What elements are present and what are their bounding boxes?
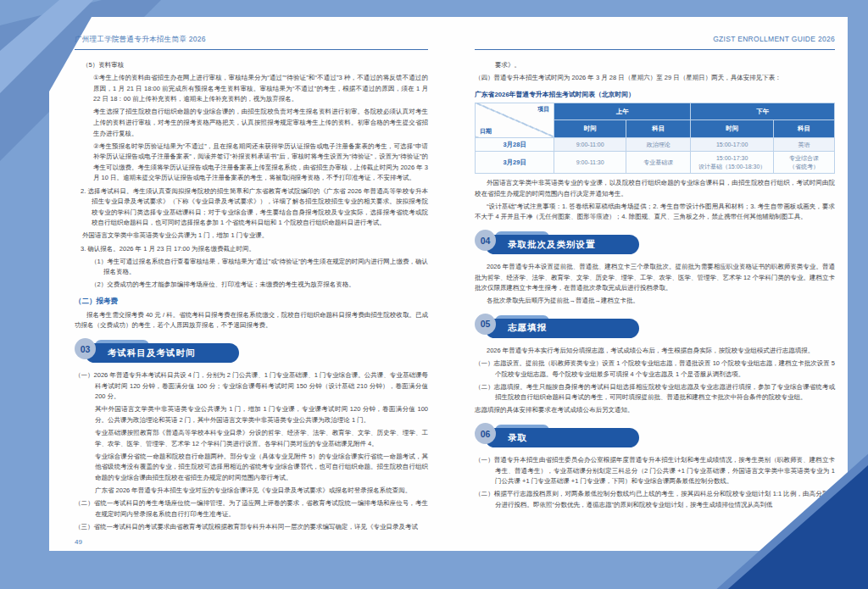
paragraph: （2）交费成功的考生才能参加编排考场座位、打印准考证；未缴费的考生视为放弃报名资…: [75, 280, 428, 291]
paragraph: ①考生上传的资料由省招生办在网上进行审核，审核结果分为“通过”“待验证”和“不通…: [75, 73, 428, 105]
row-date: 3月28日: [476, 137, 554, 152]
column-group-morning: 上午: [554, 103, 691, 120]
paragraph: 专业基础课按照教育部《普通高等学校本科专业目录》分设的哲学、经济学、法学、教育学…: [75, 428, 428, 449]
right-header-title: GZIST ENROLLMENT GUIDE 2026: [713, 35, 835, 43]
paragraph: 报名考生需交报考费 40 元 / 科。省统考科目报考费在报名系统缴交，院校自行组…: [75, 310, 428, 331]
paragraph: 广东省 2026 年普通专升本招生专业对应的专业综合课详见《专业目录及考试要求》…: [75, 486, 428, 497]
exam-table-title: 广东省2026年普通专升本招生考试时间表（北京时间）: [475, 90, 835, 99]
paragraph: （一）2026 年普通专升本考试科目共设 4 门，分别为 2 门公共课、1 门专…: [75, 370, 428, 403]
fee-section-heading: （二）报考费: [75, 297, 428, 307]
column-header-time: 时间: [554, 120, 626, 138]
section-badge-03: 考试科目及考试时间 03: [75, 339, 428, 364]
section-title-pill: 录取批次及类别设置: [485, 235, 639, 254]
paragraph: 3. 确认报名。2026 年 1 月 23 日 17:00 为报名缴费截止时间。: [75, 244, 428, 255]
cell-subject-am: 专业基础课: [626, 152, 691, 174]
paragraph: （二）省统一考试科目的考生考场座位统一编排管理。为了适应网上评卷的要求，省教育考…: [75, 498, 428, 520]
paragraph: 志愿填报的具体安排和要求在考试成绩公布后另文通知。: [475, 405, 835, 416]
cell-time-pm: 15:00-17:30 设计基础（15:00-18:30）: [691, 152, 774, 174]
paragraph: （1）考生可通过报名系统自行查看审核结果，审核结果为“通过”或“待验证”的考生须…: [75, 257, 428, 278]
table-corner-cell: 项目 日期: [476, 103, 554, 137]
section-title-pill: 考试科目及考试时间: [85, 343, 239, 363]
corner-label-item: 项目: [537, 105, 549, 114]
paragraph: 要求》。: [475, 60, 835, 71]
paragraph: 各批次录取先后顺序为提前批→普通批→建档立卡批。: [475, 296, 835, 307]
paragraph: “设计基础”考试注意事项：1. 答卷纸和草稿纸由考场提供；2. 考生自带设计作图…: [475, 202, 835, 223]
cell-subject-pm: 英语: [773, 137, 834, 152]
section-number: 03: [81, 344, 91, 354]
paragraph: （三）省统一考试科目的考试要求由省教育考试院根据教育部专科升本科同一层次的要求编…: [75, 522, 428, 533]
paragraph: （一）志愿设置。提前批（职教师资类专业）设置 1 个院校专业组志愿，普通批设置 …: [475, 358, 835, 380]
page-number-left: 49: [75, 538, 82, 546]
column-group-afternoon: 下午: [691, 103, 835, 120]
column-header-time: 时间: [691, 120, 774, 138]
section-badge-04: 录取批次及类别设置 04: [475, 231, 835, 256]
section-title-pill: 录取: [485, 428, 639, 447]
paragraph: 专业综合课分省统一命题和院校自行命题两种。部分专业（具体专业见附件 5）的专业综…: [75, 452, 428, 484]
paragraph: 考生选报了招生院校自行组织命题的专业综合课的，由招生院校负责对考生报名资料进行初…: [75, 107, 428, 139]
paragraph: 其中外国语言文学类中非英语类专业公共课为 1 门，增加 1 门专业课，专业课考试…: [75, 404, 428, 425]
right-page-header: GZIST ENROLLMENT GUIDE 2026: [475, 30, 835, 50]
section-title: 录取批次及类别设置: [508, 239, 596, 251]
section-number-circle: 03: [75, 338, 96, 359]
cell-time-am: 9:00-11:30: [554, 152, 626, 174]
left-header-title: 广州理工学院普通专升本招生简章 2026: [75, 35, 206, 43]
row-date: 3月29日: [476, 152, 554, 174]
section-number: 04: [481, 236, 491, 246]
paragraph: （一）普通专升本招生由省招生委员会办公室根据年度普通专升本招生计划和考生成绩情况…: [475, 455, 835, 487]
table-row: 3月28日 9:00-11:00 政治理论 15:00-17:00 英语: [476, 137, 835, 152]
paragraph: （5）资料审核: [75, 60, 428, 71]
cell-time-pm: 15:00-17:00: [691, 137, 774, 152]
section-title: 录取: [508, 432, 527, 444]
section-number: 05: [481, 319, 491, 329]
section-number: 06: [481, 429, 491, 439]
section-number-circle: 05: [475, 314, 496, 335]
section-title-pill: 志愿填报: [485, 319, 639, 338]
corner-label-date: 日期: [480, 127, 492, 136]
table-row: 3月29日 9:00-11:30 专业基础课 15:00-17:30 设计基础（…: [476, 152, 835, 174]
cell-subject-pm: 专业综合课 （省统考）: [773, 152, 834, 174]
document-spread: 广州理工学院普通专升本招生简章 2026 （5）资料审核 ①考生上传的资料由省招…: [0, 0, 868, 589]
paragraph: （二）根据平行志愿投档原则，对两条最低控制分数线均已上线的考生，按其四科总分和院…: [475, 489, 835, 510]
paragraph: ②考生预报名时学历验证结果为“不通过”，且在报名期间还未获得学历认证报告或电子注…: [75, 142, 428, 184]
paragraph: （二）志愿填报。考生只能按自身报考的考试科目组选择相应院校专业组志愿及专业志愿进…: [475, 382, 835, 403]
column-header-subject: 科目: [773, 120, 834, 138]
section-badge-06: 录取 06: [475, 424, 835, 449]
paragraph: 2026 年普通专升本实行考后知分填报志愿，考试成绩公布后，考生根据自身实际，按…: [475, 346, 835, 357]
paragraph: 外国语言文学类中非英语类专业的专业课，以及院校自行组织命题的专业综合课科目，由招…: [475, 178, 835, 199]
cell-time-am: 9:00-11:00: [554, 137, 626, 152]
left-page-header: 广州理工学院普通专升本招生简章 2026: [75, 30, 428, 50]
section-title: 考试科目及考试时间: [108, 347, 196, 359]
column-header-subject: 科目: [626, 120, 691, 138]
cell-subject-am: 政治理论: [626, 137, 691, 152]
section-title: 志愿填报: [508, 322, 547, 334]
paragraph: 2. 选择考试科目。考生须认真查阅拟报考院校的招生简章和广东省教育考试院编印的《…: [75, 186, 428, 229]
left-page: 广州理工学院普通专升本招生简章 2026 （5）资料审核 ①考生上传的资料由省招…: [49, 17, 448, 551]
paragraph: 外国语言文学类中非英语类专业公共课为 1 门，增加 1 门专业课。: [75, 231, 428, 242]
section-badge-05: 志愿填报 05: [475, 314, 835, 340]
paragraph: 2026 年普通专升本设置提前批、普通批、建档立卡三个录取批次。提前批为需要相应…: [475, 262, 835, 294]
section-number-circle: 06: [475, 423, 496, 444]
exam-schedule-table: 项目 日期 上午 下午 时间 科目 时间 科目 3月2: [475, 103, 835, 175]
paragraph: （四）普通专升本招生考试时间为 2026 年 3 月 28 日（星期六）至 29…: [475, 73, 835, 84]
section-number-circle: 04: [475, 230, 496, 251]
right-page: GZIST ENROLLMENT GUIDE 2026 要求》。 （四）普通专升…: [448, 17, 848, 551]
